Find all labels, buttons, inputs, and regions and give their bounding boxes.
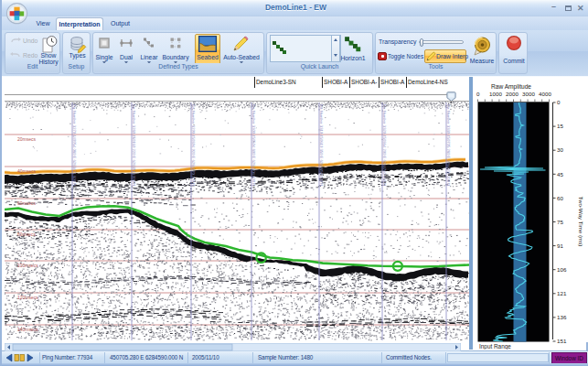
- svg-text:30: 30: [557, 146, 563, 153]
- svg-text:45: 45: [557, 171, 563, 178]
- svg-text:Fix Number 3320 450364.200 E: Fix Number 3320 450364.200 E 6284760.400…: [382, 104, 387, 186]
- svg-text:15: 15: [557, 123, 563, 129]
- svg-text:Fix Number 3270 449954.080 E: Fix Number 3270 449954.080 E 6283471.600…: [72, 104, 77, 186]
- svg-text:Fix Number 3310 450619.350 E: Fix Number 3310 450619.350 E 6284650.000…: [319, 104, 324, 186]
- svg-text:1000: 1000: [489, 91, 502, 97]
- svg-text:60: 60: [557, 195, 563, 201]
- svg-text:121: 121: [557, 290, 567, 296]
- svg-text:Two-Way Time (ms): Two-Way Time (ms): [578, 197, 584, 247]
- svg-text:91: 91: [557, 242, 563, 249]
- svg-text:136: 136: [557, 314, 567, 320]
- svg-text:2000: 2000: [506, 91, 519, 97]
- svg-text:140msecs: 140msecs: [17, 327, 38, 332]
- svg-text:60msecs: 60msecs: [17, 200, 37, 206]
- svg-text:3000: 3000: [522, 91, 535, 97]
- svg-text:Input Range: Input Range: [479, 343, 511, 350]
- svg-text:20msecs: 20msecs: [17, 136, 37, 142]
- svg-text:40msecs: 40msecs: [17, 168, 37, 174]
- svg-text:0: 0: [557, 99, 561, 105]
- svg-text:Fix Number 3330 450705.280 E: Fix Number 3330 450705.280 E 6284590.000…: [446, 104, 451, 186]
- svg-text:100msecs: 100msecs: [17, 263, 38, 268]
- svg-text:Fix Number 3300 450504.800 E: Fix Number 3300 450504.800 E 6284504.800…: [251, 104, 256, 186]
- svg-text:106: 106: [557, 266, 567, 273]
- svg-text:151: 151: [557, 338, 567, 344]
- svg-text:Fix Number 3280 450169.220 E: Fix Number 3280 450169.220 E 6283913.000…: [132, 104, 136, 186]
- svg-text:75: 75: [557, 219, 563, 225]
- svg-text:Fix Number 3290 450394.920 E: Fix Number 3290 450394.920 E 6284370.200…: [191, 104, 196, 186]
- svg-text:80msecs: 80msecs: [17, 231, 37, 237]
- svg-text:0: 0: [476, 91, 480, 97]
- svg-text:4000: 4000: [539, 91, 551, 97]
- svg-text:120msecs: 120msecs: [17, 295, 38, 300]
